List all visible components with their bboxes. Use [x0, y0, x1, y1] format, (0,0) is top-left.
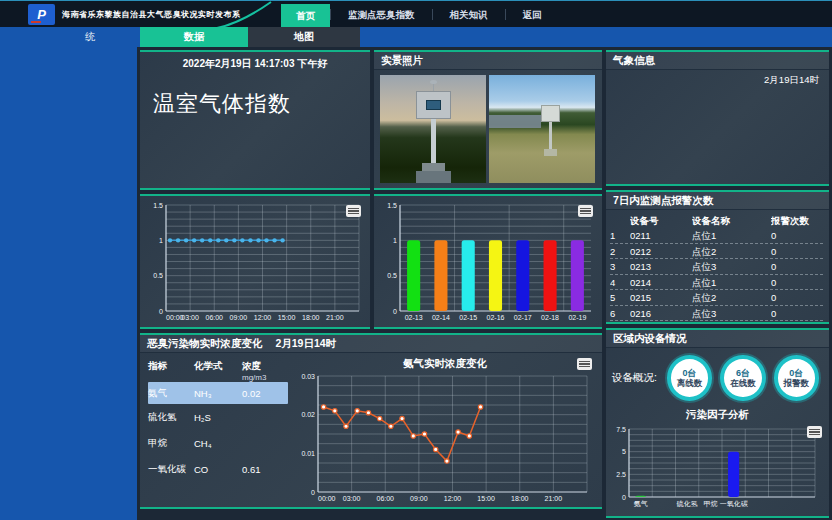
pollutants-panel: 恶臭污染物实时浓度变化 2月19日14时 指标 化学式 浓度mg/m3 氨气 N…	[140, 333, 602, 509]
svg-text:15:00: 15:00	[278, 314, 296, 321]
photo-row	[374, 70, 602, 188]
nav-item-home[interactable]: 首页	[281, 4, 330, 27]
stat-alarm-count: 0台 报警数	[774, 355, 819, 401]
alarms-table-header: 设备号 设备名称 报警次数	[610, 213, 823, 228]
gas-index-chart-panel: 00.511.500:0003:0006:0009:0012:0015:0018…	[140, 194, 370, 329]
tab-map[interactable]: 地图	[248, 27, 360, 47]
nav-item-odor-index[interactable]: 监测点恶臭指数	[331, 1, 432, 28]
top-bar: P 海南省乐东黎族自治县大气恶臭状况实时发布系 首页 监测点恶臭指数 相关知识 …	[0, 0, 832, 27]
svg-text:0: 0	[159, 308, 163, 315]
daily-index-chart-panel: 00.511.502-1302-1402-1502-1602-1702-1802…	[374, 194, 602, 329]
gas-index-line-chart: 00.511.500:0003:0006:0009:0012:0015:0018…	[142, 200, 366, 324]
table-row: 10211点位10	[610, 228, 823, 244]
pollutant-name: 一氧化碳	[148, 463, 194, 476]
table-row: 30213点位30	[610, 259, 823, 275]
device-id: 0211	[630, 228, 692, 243]
stat-value: 6台	[736, 368, 750, 378]
device-name: 点位2	[692, 244, 771, 259]
col-device-id: 设备号	[630, 213, 692, 228]
svg-text:0.5: 0.5	[153, 272, 163, 279]
ammonia-chart-area: 氨气实时浓度变化 00.010.020.0300:0003:0006:0009:…	[288, 353, 602, 509]
svg-text:06:00: 06:00	[376, 495, 394, 502]
svg-text:0.02: 0.02	[301, 411, 315, 418]
pollutant-formula: NH₃	[194, 388, 242, 399]
row-index: 1	[610, 228, 630, 243]
monitor-pole	[431, 117, 436, 165]
device-name: 点位1	[692, 275, 771, 290]
device-name: 点位3	[692, 306, 771, 321]
tab-bar: 统 数据 地图	[0, 27, 832, 47]
ammonia-chart-title: 氨气实时浓度变化	[288, 357, 602, 371]
table-row: 20212点位20	[610, 244, 823, 260]
device-overview-label: 设备概况:	[612, 371, 657, 385]
device-overview: 设备概况: 0台 离线数 6台 在线数 0台 报警数	[606, 348, 829, 403]
pollutant-row-ch4[interactable]: 甲烷 CH₄	[148, 430, 288, 456]
antenna-dish	[430, 80, 437, 84]
svg-text:0.03: 0.03	[301, 373, 315, 380]
alarm-count: 0	[771, 244, 823, 259]
nav-item-knowledge[interactable]: 相关知识	[433, 1, 505, 28]
alarms-panel: 7日内监测点报警次数 设备号 设备名称 报警次数 10211点位10 20212…	[606, 190, 829, 324]
swoosh-decoration	[213, 1, 275, 28]
pollutant-name: 甲烷	[148, 437, 194, 450]
monitor-pole	[549, 120, 552, 150]
devices-panel: 区域内设备情况 设备概况: 0台 离线数 6台 在线数 0台 报警数 污染因子分…	[606, 328, 829, 518]
stat-value: 0台	[683, 368, 697, 378]
svg-text:00:00: 00:00	[318, 495, 336, 502]
stat-label: 在线数	[730, 378, 756, 388]
svg-text:02-17: 02-17	[514, 314, 532, 321]
table-row: 50215点位20	[610, 290, 823, 306]
chart-menu-icon[interactable]	[807, 426, 822, 438]
svg-text:氨气: 氨气	[634, 500, 648, 507]
stat-label: 报警数	[784, 378, 810, 388]
row-index: 3	[610, 259, 630, 274]
row-index: 5	[610, 290, 630, 305]
monitor-box	[416, 91, 451, 119]
chart-menu-icon[interactable]	[578, 205, 593, 217]
pollutant-value: 0.02	[242, 388, 282, 399]
svg-text:02-14: 02-14	[432, 314, 450, 321]
svg-text:02-18: 02-18	[541, 314, 559, 321]
svg-text:2.5: 2.5	[616, 471, 626, 478]
device-id: 0213	[630, 259, 692, 274]
svg-text:0: 0	[622, 494, 626, 501]
svg-text:18:00: 18:00	[302, 314, 320, 321]
alarms-table: 设备号 设备名称 报警次数 10211点位10 20212点位20 30213点…	[606, 210, 829, 321]
svg-text:21:00: 21:00	[326, 314, 344, 321]
photos-panel: 实景照片	[374, 50, 602, 190]
content-area: 2022年2月19日 14:17:03 下午好 温室气体指数 实景照片	[137, 47, 832, 520]
devices-header: 区域内设备情况	[606, 330, 829, 348]
pollutant-name: 氨气	[148, 387, 194, 400]
chart-menu-icon[interactable]	[346, 205, 361, 217]
chart-menu-icon[interactable]	[577, 358, 592, 370]
device-name: 点位1	[692, 228, 771, 243]
pollutant-row-h2s[interactable]: 硫化氢 H₂S	[148, 404, 288, 430]
pollutants-table-header: 指标 化学式 浓度mg/m3	[148, 358, 288, 382]
weather-panel: 气象信息 2月19日14时	[606, 50, 829, 186]
nav-item-back[interactable]: 返回	[506, 1, 559, 28]
svg-text:一氧化碳: 一氧化碳	[720, 500, 748, 508]
pollutant-row-ammonia[interactable]: 氨气 NH₃ 0.02	[148, 382, 288, 404]
app-title-overflow: 统	[85, 30, 95, 44]
pollutants-table: 指标 化学式 浓度mg/m3 氨气 NH₃ 0.02 硫化氢 H₂S	[140, 353, 288, 509]
device-id: 0212	[630, 244, 692, 259]
ammonia-line-chart: 00.010.020.0300:0003:0006:0009:0012:0015…	[288, 371, 594, 505]
col-concentration: 浓度mg/m3	[242, 360, 282, 382]
row-index: 4	[610, 275, 630, 290]
svg-text:12:00: 12:00	[254, 314, 272, 321]
tab-data[interactable]: 数据	[140, 27, 248, 47]
alarm-count: 0	[771, 290, 823, 305]
svg-text:09:00: 09:00	[410, 495, 428, 502]
col-indicator: 指标	[148, 360, 194, 373]
svg-text:甲烷: 甲烷	[703, 500, 717, 508]
monitor-pedestal	[416, 171, 451, 183]
pollution-analysis-title: 污染因子分析	[606, 408, 829, 422]
pollutant-formula: CO	[194, 464, 242, 475]
alarm-count: 0	[771, 259, 823, 274]
svg-text:02-16: 02-16	[487, 314, 505, 321]
site-photo-dusk	[380, 75, 486, 183]
alarms-header: 7日内监测点报警次数	[606, 192, 829, 210]
pollutant-row-co[interactable]: 一氧化碳 CO 0.61	[148, 456, 288, 482]
svg-text:06:00: 06:00	[205, 314, 223, 321]
svg-text:硫化氢: 硫化氢	[676, 500, 698, 508]
